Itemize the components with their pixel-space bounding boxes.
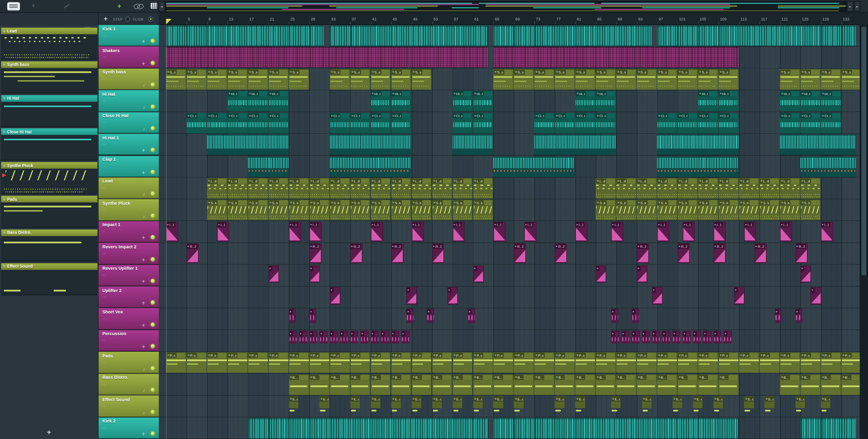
clip-hihat[interactable]: ≡Hi..t <box>821 91 841 111</box>
clip-bass[interactable]: ≡B... <box>841 374 860 395</box>
clip-pluck[interactable]: ≡S..k <box>453 200 472 221</box>
picker-item-hi-hat[interactable]: ≡Hi Hat <box>1 95 98 127</box>
clip-sbass[interactable]: ≡S..s <box>555 69 575 90</box>
clip-fx[interactable]: ≡E..d <box>765 396 774 408</box>
clip-pluck[interactable]: ≡S..k <box>596 200 616 221</box>
clip-fx[interactable]: ≡E..d <box>371 396 380 408</box>
track-enable-led[interactable] <box>151 301 155 305</box>
clip-pads[interactable]: ≡P..s <box>841 352 860 373</box>
clip-perc[interactable]: ▸ <box>381 331 389 343</box>
clip-ruplift[interactable]: ▸ <box>801 265 811 283</box>
clip-impact[interactable]: ▸I..1 <box>744 222 756 241</box>
clip-chihat[interactable]: ≡Cl..t <box>534 112 554 133</box>
scroll-right-button[interactable]: ▸ <box>847 1 854 12</box>
clip-perc[interactable]: ▸ <box>724 331 732 343</box>
clip-fx[interactable]: ≡E..d <box>575 396 585 408</box>
clip-kick2[interactable] <box>801 418 856 438</box>
clip-bass[interactable]: ≡B... <box>780 374 800 395</box>
track-header-synth-bass[interactable]: Synth bass...♪ <box>98 68 159 90</box>
clip-hat1[interactable] <box>207 134 288 155</box>
clip-chihat[interactable]: ≡Cl..t <box>227 112 247 133</box>
clip-pads[interactable]: ≡P..s <box>616 352 636 373</box>
timeline-ruler[interactable]: 5913172125293337414549535761656973778185… <box>159 13 860 25</box>
minimap-body[interactable] <box>165 1 846 12</box>
clip-pads[interactable]: ≡P..s <box>473 352 493 373</box>
clip-hihat[interactable]: ≡Hi..t <box>269 91 288 111</box>
clip-perc[interactable]: ▸ <box>289 331 297 343</box>
clip-impact[interactable]: ▸I..1 <box>524 222 536 241</box>
clip-impact[interactable]: ▸I..1 <box>683 222 695 241</box>
clip-rimpact[interactable]: ▸R..2 <box>555 244 567 264</box>
clip-clap[interactable] <box>657 156 738 177</box>
clip-pluck[interactable]: ≡S..k <box>207 200 227 221</box>
clip-uplift[interactable]: ▸ <box>811 287 821 304</box>
vertical-scrollbar[interactable] <box>860 25 868 439</box>
clip-chihat[interactable]: ≡Cl..t <box>350 112 370 133</box>
clip-vox[interactable]: ▸ <box>289 309 296 324</box>
clip-pluck[interactable]: ≡S..k <box>739 200 759 221</box>
clip-hat1[interactable] <box>534 134 615 155</box>
clip-pads[interactable]: ≡P..s <box>371 352 391 373</box>
clip-pads[interactable]: ≡P..s <box>227 352 247 373</box>
clip-kick[interactable] <box>493 25 651 46</box>
track-header-hi-hat-1[interactable]: Hi Hat 1...+ <box>98 134 159 155</box>
clip-chihat[interactable]: ≡Cl..t <box>801 112 820 133</box>
clip-fx[interactable]: ≡E..d <box>611 396 621 408</box>
picker-item-bass-distro[interactable]: ≡Bass Distro. <box>1 230 98 262</box>
track-enable-led[interactable] <box>151 409 155 414</box>
clip-pads[interactable]: ≡P..s <box>248 352 268 373</box>
clip-lead[interactable]: ≡L..d <box>432 178 452 198</box>
clip-chihat[interactable]: ≡Cl..t <box>269 112 288 133</box>
clip-hat1[interactable] <box>657 134 738 155</box>
clip-pads[interactable]: ≡P..s <box>801 352 820 373</box>
clip-pluck[interactable]: ≡S..k <box>371 200 391 221</box>
track-header-uplifter-2[interactable]: Uplifter 2...+ <box>98 286 159 308</box>
clip-pads[interactable]: ≡P..s <box>555 352 575 373</box>
clip-chihat[interactable]: ≡Cl..t <box>330 112 350 133</box>
clip-pads[interactable]: ≡P..s <box>698 352 718 373</box>
clip-fx[interactable]: ≡E..d <box>821 396 831 408</box>
clip-impact[interactable]: ▸I..1 <box>657 222 670 241</box>
clip-bass[interactable]: ≡B... <box>534 374 554 395</box>
track-enable-led[interactable] <box>151 366 155 370</box>
clip-pads[interactable]: ≡P..s <box>391 352 411 373</box>
track-enable-led[interactable] <box>151 432 155 436</box>
clip-pluck[interactable]: ≡S..k <box>412 200 432 221</box>
clip-fx[interactable]: ≡E..d <box>289 396 299 408</box>
clip-sbass[interactable]: ≡S..s <box>187 69 207 90</box>
clip-sbass[interactable]: ≡S..s <box>350 69 370 90</box>
clip-perc[interactable]: ▸ <box>309 331 317 343</box>
clip-rimpact[interactable]: ▸R..2 <box>391 244 403 264</box>
clip-fx[interactable]: ≡E..d <box>391 396 401 408</box>
clip-sbass[interactable]: ≡S..s <box>821 69 841 90</box>
clip-lead[interactable]: ≡L..d <box>739 178 759 198</box>
clip-sbass[interactable]: ≡S..s <box>248 69 268 90</box>
clip-ruplift[interactable]: ▸ <box>309 265 320 283</box>
clip-chihat[interactable]: ≡Cl..t <box>555 112 575 133</box>
clip-fx[interactable]: ≡E..d <box>473 396 483 408</box>
track-header-percussion[interactable]: Percussion...+ <box>98 330 159 351</box>
track-enable-led[interactable] <box>151 344 155 349</box>
clip-sbass[interactable]: ≡S..s <box>166 69 186 90</box>
clip-fx[interactable]: ≡E..d <box>673 396 682 408</box>
clip-hihat[interactable]: ≡Hi..t <box>718 91 738 111</box>
picker-add-button[interactable]: + <box>0 428 98 437</box>
clip-lead[interactable]: ≡L..d <box>678 178 698 198</box>
picker-item-synth-bass[interactable]: ≡Synth bass <box>1 61 98 94</box>
clip-hihat[interactable]: ≡Hi..t <box>391 91 411 111</box>
track-header-pads[interactable]: Pads...♪ <box>98 352 159 373</box>
clip-impact[interactable]: ▸I..1 <box>412 222 424 241</box>
clip-ruplift[interactable]: ▸ <box>473 265 484 283</box>
clip-sbass[interactable]: ≡S..s <box>616 69 636 90</box>
clip-ruplift[interactable]: ▸ <box>637 265 647 283</box>
clip-perc[interactable]: ▸ <box>401 331 410 343</box>
clip-lead[interactable]: ≡L..d <box>718 178 738 198</box>
clip-perc[interactable]: ▸ <box>340 331 348 343</box>
clip-hihat[interactable]: ≡Hi..t <box>801 91 820 111</box>
clip-impact[interactable]: ▸I..1 <box>166 222 178 241</box>
clip-lead[interactable]: ≡L..d <box>289 178 309 198</box>
track-header-kick-2[interactable]: Kick 2...+ <box>98 417 159 439</box>
clip-pluck[interactable]: ≡S..k <box>473 200 493 221</box>
clip-pluck[interactable]: ≡S..k <box>657 200 677 221</box>
clip-pads[interactable]: ≡P..s <box>166 352 186 373</box>
